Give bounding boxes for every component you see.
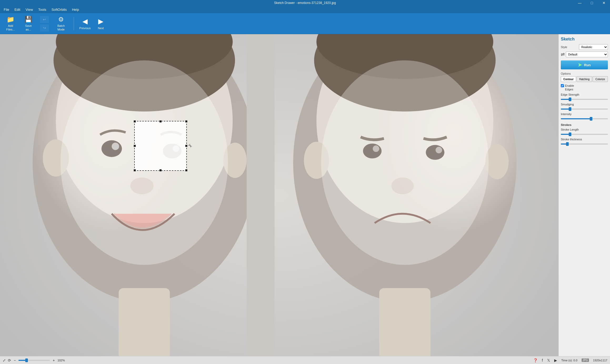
close-button[interactable]: ✕ bbox=[598, 0, 610, 6]
zoom-plus-button[interactable]: + bbox=[52, 358, 55, 362]
rotate-icon[interactable]: ⟳ bbox=[8, 358, 11, 362]
menu-bar: File Edit View Tools SoftOrbits Help bbox=[0, 6, 610, 13]
facebook-icon[interactable]: f bbox=[542, 358, 543, 362]
save-as-button[interactable]: 💾 Save as... bbox=[20, 15, 37, 33]
stroke-length-slider[interactable] bbox=[561, 134, 608, 135]
window-title: Sketch Drawer - emotions-371238_1920.jpg bbox=[274, 1, 336, 5]
add-files-icon: 📁 bbox=[7, 16, 14, 23]
resolution-display: 1920x1117 bbox=[593, 359, 607, 362]
next-button[interactable]: ▶ Next bbox=[93, 15, 108, 33]
handle-bottom-left[interactable] bbox=[134, 169, 136, 171]
format-badge: JPG bbox=[582, 358, 589, 362]
svg-rect-28 bbox=[0, 34, 558, 356]
menu-softorbits[interactable]: SoftOrbits bbox=[49, 7, 69, 13]
handle-bottom-center[interactable] bbox=[159, 169, 162, 171]
batch-mode-label: Batch Mode bbox=[57, 24, 65, 31]
smudging-section: Smudging bbox=[561, 103, 608, 110]
toolbar: 📁 Add Files... 💾 Save as... ↩ ↪ ⚙ Batch … bbox=[0, 13, 610, 34]
stroke-thickness-section: Stroke thickness bbox=[561, 138, 608, 145]
fit-screen-icon[interactable]: ⤢ bbox=[3, 358, 6, 362]
tabs-row: Contour Hatching Colorize bbox=[561, 76, 608, 82]
previous-label: Previous bbox=[79, 27, 91, 30]
help-icon[interactable]: ❓ bbox=[533, 358, 538, 362]
canvas-area[interactable]: ✂ bbox=[0, 34, 558, 356]
tab-hatching[interactable]: Hatching bbox=[577, 76, 592, 82]
next-icon: ▶ bbox=[98, 17, 103, 25]
options-label: Options bbox=[561, 72, 608, 75]
status-bar: ⤢ ⟳ − + 102% ❓ f 𝕏 ▶ Time (s): 0.0 JPG 1… bbox=[0, 356, 610, 364]
time-display: Time (s): 0.0 bbox=[561, 359, 577, 362]
enable-edges-checkbox[interactable] bbox=[561, 84, 564, 87]
stroke-thickness-label: Stroke thickness bbox=[561, 138, 608, 141]
stroke-length-section: Stroke Length bbox=[561, 128, 608, 136]
stroke-length-label: Stroke Length bbox=[561, 128, 608, 131]
handle-bottom-right[interactable] bbox=[185, 169, 187, 171]
selection-box[interactable]: ✂ bbox=[134, 121, 187, 171]
next-label: Next bbox=[98, 27, 104, 30]
batch-mode-button[interactable]: ⚙ Batch Mode bbox=[52, 15, 70, 33]
menu-file[interactable]: File bbox=[1, 7, 12, 13]
style-row: Style Realistic bbox=[561, 44, 608, 50]
intensity-label: Intensity bbox=[561, 112, 608, 116]
menu-help[interactable]: Help bbox=[69, 7, 82, 13]
right-panel: Sketch Style Realistic ⇌ Default ➤ Run O… bbox=[558, 34, 610, 356]
style-select[interactable]: Realistic bbox=[579, 44, 608, 50]
zoom-value: 102% bbox=[57, 359, 67, 362]
stroke-thickness-slider[interactable] bbox=[561, 143, 608, 145]
handle-top-center[interactable] bbox=[159, 120, 162, 122]
handle-top-right[interactable] bbox=[185, 120, 187, 122]
status-left: ⤢ ⟳ − + 102% bbox=[3, 358, 67, 362]
handle-top-left[interactable] bbox=[134, 120, 136, 122]
presets-select[interactable]: Default bbox=[566, 52, 608, 57]
toolbar-separator-1 bbox=[74, 17, 74, 30]
save-as-label: Save as... bbox=[25, 24, 32, 31]
zoom-slider[interactable] bbox=[18, 360, 50, 361]
youtube-icon[interactable]: ▶ bbox=[554, 358, 557, 362]
maximize-button[interactable]: □ bbox=[586, 0, 598, 6]
style-label: Style bbox=[561, 45, 567, 49]
presets-icon: ⇌ bbox=[561, 52, 565, 57]
strokes-label: Strokes bbox=[561, 123, 608, 126]
menu-view[interactable]: View bbox=[23, 7, 36, 13]
edge-strength-slider[interactable] bbox=[561, 99, 608, 100]
redo-button[interactable]: ↪ bbox=[40, 24, 49, 32]
undo-redo-group: ↩ ↪ bbox=[39, 15, 50, 33]
twitter-icon[interactable]: 𝕏 bbox=[547, 358, 550, 362]
tab-contour[interactable]: Contour bbox=[561, 76, 576, 82]
add-files-label: Add Files... bbox=[6, 24, 15, 31]
run-label: Run bbox=[584, 63, 591, 67]
enable-label: Enable bbox=[565, 84, 574, 87]
photo-display bbox=[0, 34, 558, 356]
run-arrow-icon: ➤ bbox=[578, 62, 582, 68]
previous-button[interactable]: ◀ Previous bbox=[78, 15, 92, 33]
run-button[interactable]: ➤ Run bbox=[561, 60, 608, 69]
intensity-slider[interactable] bbox=[561, 118, 608, 119]
save-icon: 💾 bbox=[24, 16, 32, 23]
panel-title: Sketch bbox=[561, 37, 608, 42]
tab-colorize[interactable]: Colorize bbox=[593, 76, 608, 82]
enable-edges-row: Enable bbox=[561, 84, 608, 87]
batch-mode-icon: ⚙ bbox=[58, 16, 64, 23]
smudging-slider[interactable] bbox=[561, 109, 608, 110]
smudging-label: Smudging bbox=[561, 103, 608, 106]
intensity-section: Intensity bbox=[561, 112, 608, 120]
edges-sublabel: Edges bbox=[565, 88, 608, 91]
zoom-minus-button[interactable]: − bbox=[13, 358, 16, 362]
edge-strength-label: Edge Strength bbox=[561, 93, 608, 96]
add-files-button[interactable]: 📁 Add Files... bbox=[2, 15, 19, 33]
presets-row: ⇌ Default bbox=[561, 52, 608, 57]
minimize-button[interactable]: — bbox=[574, 0, 586, 6]
status-right: ❓ f 𝕏 ▶ Time (s): 0.0 JPG 1920x1117 bbox=[533, 358, 607, 362]
menu-edit[interactable]: Edit bbox=[12, 7, 23, 13]
previous-icon: ◀ bbox=[82, 17, 88, 25]
undo-button[interactable]: ↩ bbox=[40, 16, 49, 23]
main-content: ✂ Sketch Style Realistic ⇌ Default ➤ Run… bbox=[0, 34, 610, 356]
edge-strength-section: Edge Strength bbox=[561, 93, 608, 101]
handle-middle-left[interactable] bbox=[134, 145, 136, 147]
menu-tools[interactable]: Tools bbox=[36, 7, 49, 13]
